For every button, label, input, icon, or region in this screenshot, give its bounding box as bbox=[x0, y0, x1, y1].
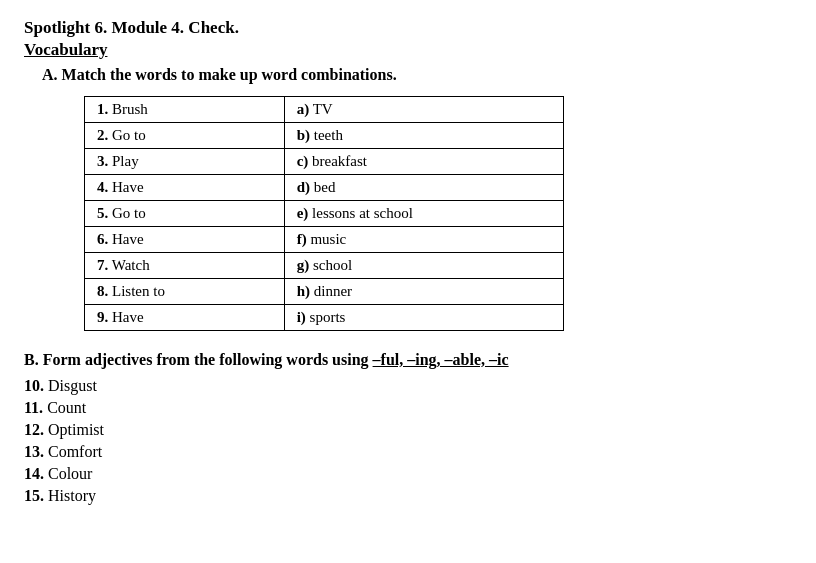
word-item-text: Disgust bbox=[48, 377, 97, 394]
table-right-cell: g) school bbox=[284, 253, 563, 279]
word-item: 10. Disgust bbox=[24, 377, 792, 395]
table-left-cell: 3. Play bbox=[85, 149, 285, 175]
table-right-cell: c) breakfast bbox=[284, 149, 563, 175]
table-row: 5. Go to e) lessons at school bbox=[85, 201, 564, 227]
table-row: 7. Watch g) school bbox=[85, 253, 564, 279]
table-right-cell: d) bed bbox=[284, 175, 563, 201]
table-row: 3. Play c) breakfast bbox=[85, 149, 564, 175]
table-row: 8. Listen to h) dinner bbox=[85, 279, 564, 305]
section-b-heading: B. Form adjectives from the following wo… bbox=[24, 351, 792, 369]
match-table: 1. Brush a) TV 2. Go to b) teeth 3. Play… bbox=[84, 96, 564, 331]
word-item: 11. Count bbox=[24, 399, 792, 417]
table-row: 6. Have f) music bbox=[85, 227, 564, 253]
section-b-suffixes: –ful, –ing, –able, –ic bbox=[373, 351, 509, 368]
table-left-cell: 5. Go to bbox=[85, 201, 285, 227]
table-right-cell: f) music bbox=[284, 227, 563, 253]
match-table-wrapper: 1. Brush a) TV 2. Go to b) teeth 3. Play… bbox=[84, 96, 792, 331]
section-b-intro: B. Form adjectives from the following wo… bbox=[24, 351, 373, 368]
vocab-heading: Vocabulary bbox=[24, 40, 792, 60]
word-item-num: 11. bbox=[24, 399, 43, 416]
word-item-text: Comfort bbox=[48, 443, 102, 460]
table-row: 9. Have i) sports bbox=[85, 305, 564, 331]
table-right-cell: e) lessons at school bbox=[284, 201, 563, 227]
table-right-cell: a) TV bbox=[284, 97, 563, 123]
word-item-text: Count bbox=[47, 399, 86, 416]
table-left-cell: 7. Watch bbox=[85, 253, 285, 279]
table-left-cell: 1. Brush bbox=[85, 97, 285, 123]
table-left-cell: 8. Listen to bbox=[85, 279, 285, 305]
table-row: 4. Have d) bed bbox=[85, 175, 564, 201]
page-title: Spotlight 6. Module 4. Check. bbox=[24, 18, 792, 38]
table-right-cell: b) teeth bbox=[284, 123, 563, 149]
table-left-cell: 2. Go to bbox=[85, 123, 285, 149]
word-item-num: 10. bbox=[24, 377, 44, 394]
word-item: 14. Colour bbox=[24, 465, 792, 483]
word-item-num: 15. bbox=[24, 487, 44, 504]
table-left-cell: 4. Have bbox=[85, 175, 285, 201]
table-left-cell: 9. Have bbox=[85, 305, 285, 331]
word-item-text: History bbox=[48, 487, 96, 504]
word-item: 13. Comfort bbox=[24, 443, 792, 461]
word-items-container: 10. Disgust11. Count12. Optimist13. Comf… bbox=[24, 377, 792, 505]
word-item: 12. Optimist bbox=[24, 421, 792, 439]
word-item: 15. History bbox=[24, 487, 792, 505]
table-right-cell: h) dinner bbox=[284, 279, 563, 305]
word-item-num: 13. bbox=[24, 443, 44, 460]
word-item-num: 14. bbox=[24, 465, 44, 482]
section-a-heading: A. Match the words to make up word combi… bbox=[42, 66, 792, 84]
table-right-cell: i) sports bbox=[284, 305, 563, 331]
word-item-text: Optimist bbox=[48, 421, 104, 438]
table-row: 2. Go to b) teeth bbox=[85, 123, 564, 149]
word-item-num: 12. bbox=[24, 421, 44, 438]
table-left-cell: 6. Have bbox=[85, 227, 285, 253]
word-item-text: Colour bbox=[48, 465, 92, 482]
table-row: 1. Brush a) TV bbox=[85, 97, 564, 123]
